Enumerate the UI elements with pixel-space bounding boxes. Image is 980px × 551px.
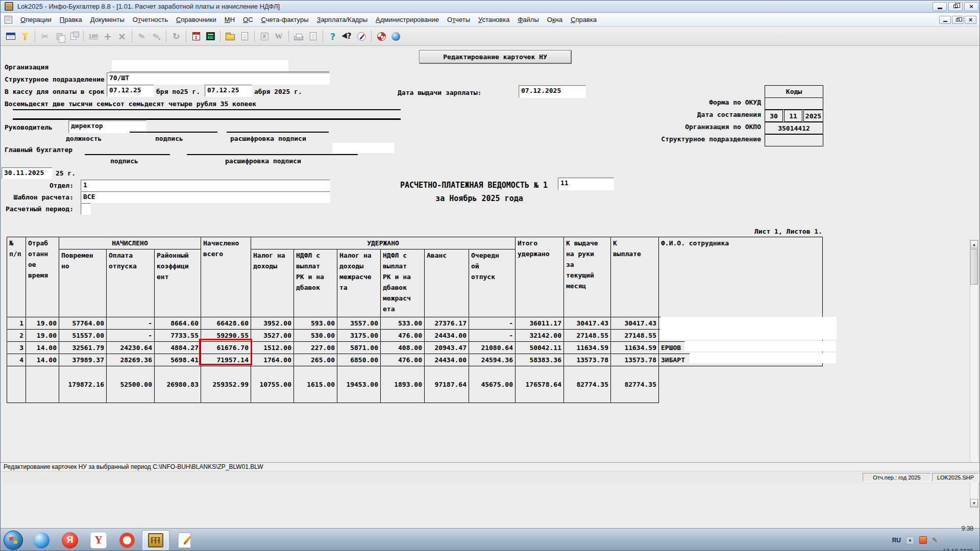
toolbar-preview-button[interactable] <box>306 29 320 43</box>
scroll-up-button[interactable]: ▲ <box>970 240 978 248</box>
toolbar-lifebuoy-button[interactable] <box>374 29 388 43</box>
restore-button[interactable] <box>948 2 963 11</box>
taskbar-yandex-y-button[interactable] <box>85 530 112 550</box>
statement-number-input[interactable]: 11 <box>558 178 614 190</box>
menu-item-Правка[interactable]: Правка <box>56 14 86 25</box>
table-cell[interactable]: 227.00 <box>294 342 337 354</box>
table-cell[interactable]: 4 <box>7 354 26 366</box>
table-cell[interactable]: 58383.36 <box>516 354 564 366</box>
toolbar-help-button[interactable] <box>326 29 340 43</box>
toolbar-scale-180-button[interactable] <box>86 29 101 43</box>
table-cell[interactable]: 14.00 <box>26 354 59 366</box>
menu-item-МН[interactable]: МН <box>220 14 239 25</box>
toolbar-document-button[interactable] <box>237 29 252 43</box>
table-cell[interactable]: 24594.36 <box>469 354 516 366</box>
table-cell[interactable]: 11634.59 <box>611 342 659 354</box>
toolbar-refresh-button[interactable] <box>169 29 183 43</box>
mdi-close-button[interactable]: × <box>965 16 976 24</box>
table-cell[interactable]: 530.00 <box>294 330 337 342</box>
table-cell[interactable]: 51557.00 <box>59 330 107 342</box>
toolbar-delete-button[interactable] <box>115 29 129 43</box>
toolbar-help-pointer-button[interactable] <box>340 29 354 43</box>
table-cell[interactable]: 21080.64 <box>469 342 516 354</box>
table-cell[interactable]: 1512.00 <box>251 342 294 354</box>
toolbar-pen2-button[interactable] <box>149 29 163 43</box>
table-cell[interactable]: 1 <box>7 317 26 330</box>
toolbar-printer-button[interactable] <box>291 29 306 43</box>
table-cell[interactable]: - <box>469 317 516 330</box>
table-cell[interactable]: 533.00 <box>381 317 425 330</box>
table-cell[interactable]: 13573.78 <box>611 354 659 366</box>
table-cell[interactable]: 2 <box>7 330 26 342</box>
table-cell[interactable]: 24434.00 <box>425 330 469 342</box>
table-cell[interactable]: 476.00 <box>381 330 425 342</box>
table-cell[interactable]: 28269.36 <box>107 354 155 366</box>
scrollbar-thumb[interactable] <box>970 249 978 285</box>
toolbar-pen-button[interactable] <box>135 29 149 43</box>
table-cell[interactable]: 50042.11 <box>516 342 564 354</box>
toolbar-globe-button[interactable] <box>388 29 403 43</box>
table-cell[interactable]: 3527.00 <box>251 330 294 342</box>
table-cell[interactable]: 8664.60 <box>155 317 201 330</box>
doc-date-input[interactable]: 30.11.2025 <box>2 167 53 179</box>
menu-item-ОС[interactable]: ОС <box>239 14 257 25</box>
menu-item-Окна[interactable]: Окна <box>543 14 567 25</box>
language-indicator[interactable]: RU <box>892 537 901 544</box>
menu-item-Отчетность[interactable]: Отчетность <box>129 14 172 25</box>
menu-item-Счета-фактуры[interactable]: Счета-фактуры <box>257 14 313 25</box>
table-cell[interactable]: 20943.47 <box>425 342 469 354</box>
menu-item-Зарплата/Кадры[interactable]: Зарплата/Кадры <box>313 14 372 25</box>
menu-item-Отчеты[interactable]: Отчеты <box>443 14 474 25</box>
minimize-button[interactable] <box>933 2 947 11</box>
table-cell[interactable]: - <box>107 330 155 342</box>
table-cell[interactable]: 593.00 <box>294 317 337 330</box>
table-cell[interactable]: 408.00 <box>381 342 425 354</box>
table-cell[interactable]: 27148.55 <box>611 330 659 342</box>
table-cell[interactable]: 19.00 <box>26 317 59 330</box>
cashbox-date-from-input[interactable]: 07.12.25 <box>107 85 154 97</box>
mdi-document-icon[interactable] <box>5 16 12 23</box>
menu-item-Операции[interactable]: Операции <box>16 14 56 25</box>
show-hidden-icons-button[interactable]: ▲ <box>906 536 914 544</box>
table-cell[interactable]: 4884.27 <box>155 342 201 354</box>
toolbar-calendar-button[interactable] <box>189 29 203 43</box>
table-cell[interactable]: 66428.60 <box>201 317 251 330</box>
table-cell[interactable]: 3557.00 <box>337 317 381 330</box>
salary-date-input[interactable]: 07.12.2025 <box>519 85 586 98</box>
toolbar-copy-button[interactable] <box>66 29 81 43</box>
menu-item-Документы[interactable]: Документы <box>86 14 129 25</box>
table-cell[interactable]: 1764.00 <box>251 354 294 366</box>
taskbar-yandex-browser-button[interactable] <box>56 530 84 550</box>
period-input[interactable] <box>81 203 91 215</box>
table-cell[interactable]: 7733.55 <box>155 330 201 342</box>
mdi-restore-button[interactable] <box>952 16 964 24</box>
table-cell[interactable]: 13573.78 <box>564 354 611 366</box>
toolbar-compass-button[interactable] <box>354 29 369 43</box>
table-cell[interactable]: 265.00 <box>294 354 337 366</box>
table-cell[interactable]: 6850.00 <box>337 354 381 366</box>
table-cell[interactable]: 30417.43 <box>564 317 611 330</box>
toolbar-paste-button[interactable] <box>52 29 66 43</box>
table-cell[interactable]: 5871.00 <box>337 342 381 354</box>
toolbar-cut-button[interactable] <box>38 29 52 43</box>
toolbar-journal-button[interactable] <box>4 29 18 43</box>
scroll-down-button[interactable]: ▼ <box>970 499 978 507</box>
cashbox-date-to-input[interactable]: 07.12.25 <box>205 85 252 97</box>
table-cell[interactable]: 37989.37 <box>59 354 107 366</box>
table-cell[interactable]: 3952.00 <box>251 317 294 330</box>
menu-item-Администрирование[interactable]: Администрирование <box>372 14 443 25</box>
table-cell[interactable]: 24434.00 <box>425 354 469 366</box>
taskbar-browser-sphere-button[interactable] <box>28 530 55 550</box>
table-cell[interactable]: 30417.43 <box>611 317 659 330</box>
menu-item-Справочники[interactable]: Справочники <box>172 14 220 25</box>
menu-item-Установка[interactable]: Установка <box>474 14 513 25</box>
struct-input[interactable]: 70/ШТ <box>107 72 330 85</box>
table-cell[interactable]: - <box>469 330 516 342</box>
table-cell[interactable]: 19.00 <box>26 330 59 342</box>
start-button[interactable] <box>4 531 23 550</box>
table-cell[interactable]: 3 <box>7 342 26 354</box>
toolbar-add-button[interactable] <box>101 29 115 43</box>
template-input[interactable]: ВСЕ <box>81 191 330 203</box>
tray-app-icon[interactable] <box>919 536 927 544</box>
table-cell[interactable]: 32142.00 <box>516 330 564 342</box>
